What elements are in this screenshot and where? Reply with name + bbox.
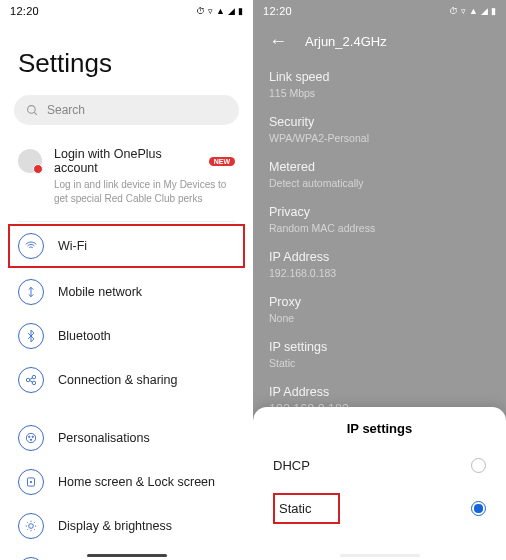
nav-pill[interactable] [340, 554, 420, 557]
signal-icon: ◢ [228, 6, 235, 16]
menu-item-display[interactable]: Display & brightness [0, 504, 253, 548]
svg-point-4 [32, 381, 36, 385]
network-name: Arjun_2.4GHz [305, 34, 387, 49]
avatar-icon [18, 149, 42, 173]
menu-label: Home screen & Lock screen [58, 475, 215, 489]
wifi-status-icon: ▲ [216, 6, 225, 16]
connection-sharing-icon [18, 367, 44, 393]
radio-checked-icon [471, 501, 486, 516]
detail-label: Metered [269, 160, 490, 174]
menu-item-wifi[interactable]: Wi-Fi [8, 224, 245, 268]
detail-value: Random MAC address [269, 222, 490, 234]
detail-label: Security [269, 115, 490, 129]
detail-label: Link speed [269, 70, 490, 84]
svg-line-1 [34, 112, 37, 115]
search-icon [26, 104, 39, 117]
back-icon[interactable]: ← [269, 32, 287, 50]
detail-privacy[interactable]: Privacy Random MAC address [269, 199, 490, 244]
menu-label: Wi-Fi [58, 239, 87, 253]
detail-value: 115 Mbps [269, 87, 490, 99]
status-icons-group: ⏱ ▿ ▲ ◢ ▮ [196, 6, 243, 16]
detail-label: IP Address [269, 385, 490, 399]
detail-label: Proxy [269, 295, 490, 309]
login-row[interactable]: Login with OnePlus account NEW Log in an… [0, 137, 253, 215]
svg-point-3 [32, 375, 36, 379]
new-badge: NEW [209, 157, 235, 166]
detail-value: WPA/WPA2-Personal [269, 132, 490, 144]
menu-item-bluetooth[interactable]: Bluetooth [0, 314, 253, 358]
battery-icon: ▮ [491, 6, 496, 16]
menu-item-mobile-network[interactable]: Mobile network [0, 270, 253, 314]
alarm-icon: ⏱ [449, 6, 458, 16]
svg-point-10 [30, 481, 31, 482]
wifi-icon [18, 233, 44, 259]
detail-metered[interactable]: Metered Detect automatically [269, 154, 490, 199]
menu-item-connection-sharing[interactable]: Connection & sharing [0, 358, 253, 402]
option-label: DHCP [273, 458, 310, 473]
menu-label: Mobile network [58, 285, 142, 299]
divider [18, 221, 235, 222]
radio-unchecked-icon [471, 458, 486, 473]
menu-label: Bluetooth [58, 329, 111, 343]
menu-label: Display & brightness [58, 519, 172, 533]
option-static[interactable]: Static [253, 483, 506, 534]
menu-item-personalisations[interactable]: Personalisations [0, 416, 253, 460]
detail-link-speed[interactable]: Link speed 115 Mbps [269, 64, 490, 109]
ip-settings-sheet: IP settings DHCP Static [253, 407, 506, 560]
display-icon [18, 513, 44, 539]
page-title: Settings [0, 22, 253, 95]
data-icon: ▿ [461, 6, 466, 16]
search-input[interactable]: Search [14, 95, 239, 125]
nav-pill[interactable] [87, 554, 167, 557]
detail-label: IP Address [269, 250, 490, 264]
login-subtitle: Log in and link device in My Devices to … [54, 178, 234, 205]
detail-value: 192.168.0.183 [269, 267, 490, 279]
phone-settings-screen: 12:20 ⏱ ▿ ▲ ◢ ▮ Settings Search Login wi… [0, 0, 253, 560]
option-dhcp[interactable]: DHCP [253, 448, 506, 483]
status-bar: 12:20 ⏱ ▿ ▲ ◢ ▮ [0, 0, 253, 22]
detail-label: Privacy [269, 205, 490, 219]
phone-network-detail-screen: 12:20 ⏱ ▿ ▲ ◢ ▮ ← Arjun_2.4GHz Link spee… [253, 0, 506, 560]
bluetooth-icon [18, 323, 44, 349]
menu-label: Personalisations [58, 431, 150, 445]
status-bar: 12:20 ⏱ ▿ ▲ ◢ ▮ [253, 0, 506, 22]
wifi-status-icon: ▲ [469, 6, 478, 16]
detail-value: None [269, 312, 490, 324]
home-lock-icon [18, 469, 44, 495]
svg-point-11 [29, 524, 34, 529]
signal-icon: ◢ [481, 6, 488, 16]
alarm-icon: ⏱ [196, 6, 205, 16]
detail-value: Static [269, 357, 490, 369]
detail-security[interactable]: Security WPA/WPA2-Personal [269, 109, 490, 154]
svg-point-0 [28, 105, 36, 113]
login-title: Login with OnePlus account [54, 147, 203, 175]
svg-point-6 [29, 436, 30, 437]
status-icons-group: ⏱ ▿ ▲ ◢ ▮ [449, 6, 496, 16]
svg-point-7 [32, 436, 33, 437]
detail-ip-address[interactable]: IP Address 192.168.0.183 [269, 244, 490, 289]
detail-label: IP settings [269, 340, 490, 354]
detail-ip-settings[interactable]: IP settings Static [269, 334, 490, 379]
status-time: 12:20 [10, 5, 39, 17]
svg-point-5 [26, 433, 35, 442]
battery-icon: ▮ [238, 6, 243, 16]
status-time: 12:20 [263, 5, 292, 17]
personalisations-icon [18, 425, 44, 451]
option-label: Static [273, 493, 340, 524]
svg-point-8 [30, 439, 31, 440]
mobile-network-icon [18, 279, 44, 305]
data-icon: ▿ [208, 6, 213, 16]
topbar: ← Arjun_2.4GHz [253, 22, 506, 64]
menu-item-home-lock[interactable]: Home screen & Lock screen [0, 460, 253, 504]
svg-point-2 [26, 378, 30, 382]
sheet-title: IP settings [253, 421, 506, 448]
search-placeholder: Search [47, 103, 85, 117]
menu-label: Connection & sharing [58, 373, 178, 387]
detail-value: Detect automatically [269, 177, 490, 189]
detail-proxy[interactable]: Proxy None [269, 289, 490, 334]
